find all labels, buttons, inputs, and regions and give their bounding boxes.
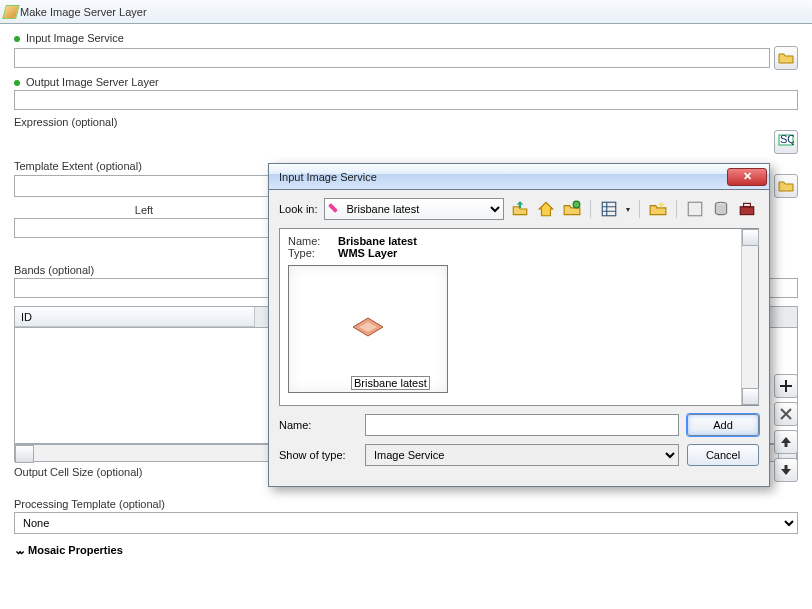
- svg-rect-3: [785, 465, 788, 470]
- column-header-id[interactable]: ID: [15, 307, 255, 327]
- folder-open-icon: [778, 50, 794, 66]
- label-input-image-service: Input Image Service: [14, 32, 798, 44]
- connect-folder-button[interactable]: [562, 199, 582, 219]
- move-down-button[interactable]: [774, 458, 798, 482]
- label-expression: Expression (optional): [14, 116, 798, 128]
- arrow-up-icon: [778, 434, 794, 450]
- folder-open-icon: [778, 178, 794, 194]
- mosaic-properties-header[interactable]: Mosaic Properties: [14, 540, 798, 561]
- thumbnail-label: Brisbane latest: [351, 376, 430, 390]
- move-up-button[interactable]: [774, 430, 798, 454]
- plus-icon: [778, 378, 794, 394]
- svg-rect-5: [602, 202, 616, 216]
- catalog-button[interactable]: [685, 199, 705, 219]
- dropdown-icon[interactable]: ▼: [625, 206, 632, 213]
- show-of-type-select[interactable]: Image Service: [365, 444, 679, 466]
- extent-left-input[interactable]: [14, 218, 276, 238]
- look-in-select[interactable]: Brisbane latest: [324, 198, 504, 220]
- svg-rect-2: [785, 442, 788, 447]
- home-button[interactable]: [536, 199, 556, 219]
- remove-row-button[interactable]: [774, 402, 798, 426]
- list-view-button[interactable]: [599, 199, 619, 219]
- label-left: Left: [14, 204, 274, 216]
- up-one-level-button[interactable]: [510, 199, 530, 219]
- cylinder-icon: [712, 200, 730, 218]
- toolbar-separator: [639, 200, 640, 218]
- listing-vscroll[interactable]: [741, 229, 758, 405]
- toolbar-separator: [676, 200, 677, 218]
- label-output-layer: Output Image Server Layer: [14, 76, 798, 88]
- processing-template-select[interactable]: None: [14, 512, 798, 534]
- close-icon: ✕: [743, 170, 752, 183]
- sql-builder-button[interactable]: SQL: [774, 130, 798, 154]
- input-image-service-dialog: Input Image Service ✕ Look in: Brisbane …: [268, 163, 770, 487]
- svg-rect-8: [741, 207, 755, 215]
- item-type: WMS Layer: [338, 247, 397, 259]
- label-name: Name:: [279, 419, 357, 431]
- arrow-down-icon: [778, 462, 794, 478]
- window-title: Make Image Server Layer: [0, 0, 812, 24]
- output-layer-input[interactable]: [14, 90, 798, 110]
- svg-text:SQL: SQL: [780, 134, 794, 145]
- list-icon: [600, 200, 618, 218]
- add-row-button[interactable]: [774, 374, 798, 398]
- folder-new-icon: [649, 200, 667, 218]
- svg-rect-9: [744, 203, 751, 206]
- folder-up-icon: [511, 200, 529, 218]
- svg-point-4: [573, 201, 580, 208]
- layer-icon: [351, 316, 385, 338]
- name-input[interactable]: [365, 414, 679, 436]
- label-processing-template: Processing Template (optional): [14, 498, 798, 510]
- cancel-button[interactable]: Cancel: [687, 444, 759, 466]
- toolbar-separator: [590, 200, 591, 218]
- kv-name-label: Name:: [288, 235, 330, 247]
- label-look-in: Look in:: [279, 203, 318, 215]
- sql-icon: SQL: [778, 134, 794, 150]
- new-folder-button[interactable]: [648, 199, 668, 219]
- home-icon: [537, 200, 555, 218]
- dialog-title: Input Image Service: [279, 171, 727, 183]
- window-title-text: Make Image Server Layer: [20, 6, 147, 18]
- toolbox-button[interactable]: [737, 199, 757, 219]
- folder-connect-icon: [563, 200, 581, 218]
- item-thumbnail[interactable]: Brisbane latest: [288, 265, 448, 393]
- browse-extent-button[interactable]: [774, 174, 798, 198]
- x-icon: [778, 406, 794, 422]
- svg-rect-6: [689, 202, 703, 216]
- label-show-of-type: Show of type:: [279, 449, 357, 461]
- geodatabase-button[interactable]: [711, 199, 731, 219]
- input-image-service[interactable]: [14, 48, 770, 68]
- catalog-icon: [686, 200, 704, 218]
- browse-input-service-button[interactable]: [774, 46, 798, 70]
- item-name: Brisbane latest: [338, 235, 417, 247]
- dialog-close-button[interactable]: ✕: [727, 168, 767, 186]
- add-button[interactable]: Add: [687, 414, 759, 436]
- toolbox-icon: [738, 200, 756, 218]
- kv-type-label: Type:: [288, 247, 330, 259]
